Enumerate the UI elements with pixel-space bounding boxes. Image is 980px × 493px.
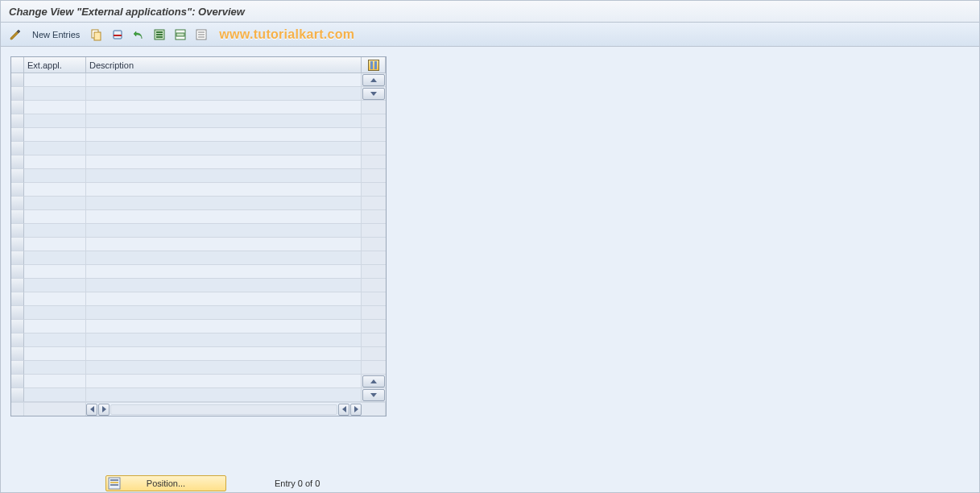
cell-ext-appl[interactable]: [24, 73, 86, 87]
row-selector[interactable]: [11, 251, 24, 265]
cell-description[interactable]: [86, 87, 362, 101]
cell-description[interactable]: [86, 169, 362, 183]
cell-description[interactable]: [86, 265, 362, 279]
delete-icon[interactable]: [108, 26, 127, 44]
position-icon: [108, 477, 121, 490]
cell-ext-appl[interactable]: [24, 128, 86, 142]
cell-description[interactable]: [86, 334, 362, 347]
cell-description[interactable]: [86, 361, 362, 375]
cell-description[interactable]: [86, 279, 362, 292]
hscroll-right-icon[interactable]: [338, 404, 349, 416]
table-settings-icon[interactable]: [362, 57, 386, 73]
cell-ext-appl[interactable]: [24, 375, 86, 388]
position-button[interactable]: Position...: [105, 475, 226, 491]
undo-icon[interactable]: [129, 26, 148, 44]
row-selector[interactable]: [11, 101, 24, 114]
row-selector[interactable]: [11, 265, 24, 279]
svg-rect-12: [198, 34, 205, 35]
cell-ext-appl[interactable]: [24, 292, 86, 306]
cell-ext-appl[interactable]: [24, 169, 86, 183]
cell-description[interactable]: [86, 197, 362, 210]
column-header-description[interactable]: Description: [86, 57, 362, 73]
cell-description[interactable]: [86, 73, 362, 87]
hscroll-track[interactable]: [110, 404, 337, 415]
row-selector[interactable]: [11, 306, 24, 320]
cell-ext-appl[interactable]: [24, 279, 86, 292]
vscroll-up2-icon[interactable]: [362, 375, 386, 388]
cell-ext-appl[interactable]: [24, 347, 86, 361]
cell-description[interactable]: [86, 347, 362, 361]
hscroll-right-end-icon[interactable]: [350, 404, 362, 416]
cell-ext-appl[interactable]: [24, 388, 86, 402]
row-selector[interactable]: [11, 320, 24, 334]
row-selector[interactable]: [11, 238, 24, 251]
cell-description[interactable]: [86, 306, 362, 320]
row-selector[interactable]: [11, 375, 24, 388]
row-selector[interactable]: [11, 224, 24, 238]
copy-as-icon[interactable]: [87, 26, 106, 44]
column-header-ext-appl[interactable]: Ext.appl.: [24, 57, 86, 73]
row-selector[interactable]: [11, 169, 24, 183]
cell-ext-appl[interactable]: [24, 265, 86, 279]
content-area: Ext.appl. Description Position... E: [0, 47, 980, 493]
row-selector[interactable]: [11, 347, 24, 361]
cell-ext-appl[interactable]: [24, 320, 86, 334]
cell-ext-appl[interactable]: [24, 210, 86, 224]
cell-ext-appl[interactable]: [24, 334, 86, 347]
hscroll-left-start-icon[interactable]: [86, 404, 97, 416]
cell-description[interactable]: [86, 251, 362, 265]
row-selector[interactable]: [11, 210, 24, 224]
row-selector[interactable]: [11, 334, 24, 347]
select-all-icon[interactable]: [150, 26, 169, 44]
vscroll-up-icon[interactable]: [362, 73, 386, 87]
cell-description[interactable]: [86, 375, 362, 388]
select-block-icon[interactable]: [171, 26, 190, 44]
new-entries-button[interactable]: New Entries: [27, 26, 85, 44]
cell-description[interactable]: [86, 128, 362, 142]
row-selector[interactable]: [11, 292, 24, 306]
cell-description[interactable]: [86, 142, 362, 155]
row-selector[interactable]: [11, 87, 24, 101]
cell-description[interactable]: [86, 238, 362, 251]
row-selector[interactable]: [11, 388, 24, 402]
cell-ext-appl[interactable]: [24, 101, 86, 114]
vscroll-track: [362, 334, 386, 347]
vscroll-down-icon[interactable]: [362, 87, 386, 101]
cell-ext-appl[interactable]: [24, 251, 86, 265]
row-selector[interactable]: [11, 114, 24, 128]
cell-ext-appl[interactable]: [24, 142, 86, 155]
cell-ext-appl[interactable]: [24, 87, 86, 101]
hscroll-left-icon[interactable]: [98, 404, 110, 416]
cell-ext-appl[interactable]: [24, 183, 86, 197]
row-selector[interactable]: [11, 73, 24, 87]
cell-description[interactable]: [86, 388, 362, 402]
cell-description[interactable]: [86, 155, 362, 169]
cell-ext-appl[interactable]: [24, 361, 86, 375]
cell-description[interactable]: [86, 101, 362, 114]
cell-ext-appl[interactable]: [24, 155, 86, 169]
row-selector[interactable]: [11, 279, 24, 292]
cell-description[interactable]: [86, 183, 362, 197]
vscroll-down2-icon[interactable]: [362, 388, 386, 402]
cell-ext-appl[interactable]: [24, 224, 86, 238]
cell-description[interactable]: [86, 320, 362, 334]
svg-rect-16: [110, 482, 118, 483]
cell-description[interactable]: [86, 114, 362, 128]
toggle-change-icon[interactable]: [6, 26, 25, 44]
vscroll-track: [362, 224, 386, 238]
cell-ext-appl[interactable]: [24, 114, 86, 128]
select-all-header[interactable]: [11, 57, 24, 73]
cell-description[interactable]: [86, 210, 362, 224]
row-selector[interactable]: [11, 142, 24, 155]
cell-description[interactable]: [86, 292, 362, 306]
cell-ext-appl[interactable]: [24, 197, 86, 210]
deselect-all-icon[interactable]: [192, 26, 211, 44]
row-selector[interactable]: [11, 128, 24, 142]
cell-ext-appl[interactable]: [24, 238, 86, 251]
row-selector[interactable]: [11, 155, 24, 169]
row-selector[interactable]: [11, 197, 24, 210]
cell-description[interactable]: [86, 224, 362, 238]
row-selector[interactable]: [11, 361, 24, 375]
cell-ext-appl[interactable]: [24, 306, 86, 320]
row-selector[interactable]: [11, 183, 24, 197]
